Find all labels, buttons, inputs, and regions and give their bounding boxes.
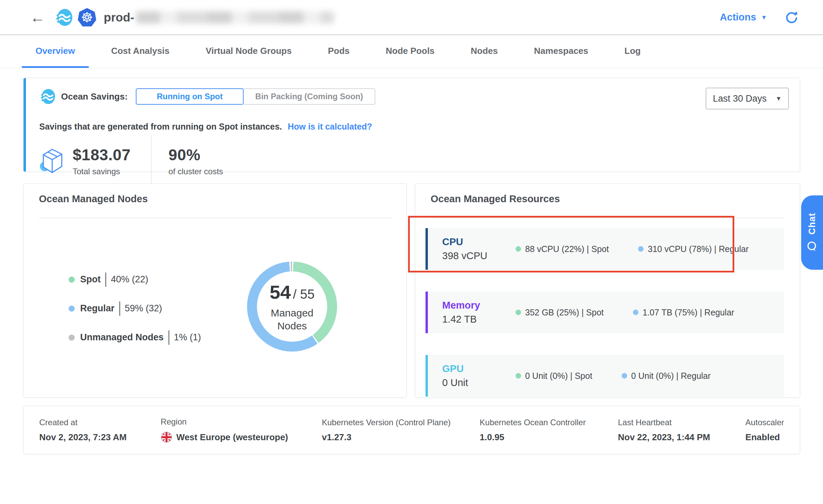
stat-text: 0 Unit (0%) | Regular [631, 371, 711, 381]
unmanaged-dot-icon [69, 335, 75, 341]
legend-item-unmanaged: Unmanaged Nodes 1% (1) [69, 323, 201, 352]
actions-label: Actions [720, 12, 756, 23]
resource-row-gpu: GPU 0 Unit 0 Unit (0%) | Spot 0 Unit (0%… [425, 355, 784, 397]
savings-cube-icon [39, 147, 65, 175]
cpu-accent-bar [425, 228, 428, 270]
kubernetes-icon: ☸ [78, 8, 96, 27]
period-value: Last 30 Days [713, 93, 767, 104]
bin-packing-toggle[interactable]: Bin Packing (Coming Soon) [244, 88, 375, 105]
tab-label: Cost Analysis [111, 46, 170, 56]
tab-virtual-node-groups[interactable]: Virtual Node Groups [192, 36, 305, 68]
back-arrow-icon[interactable]: ← [30, 10, 45, 25]
managed-count: 54 [270, 281, 291, 303]
gpu-spot-stat: 0 Unit (0%) | Spot [516, 371, 592, 381]
ocean-managed-resources-card: Ocean Managed Resources CPU 398 vCPU 88 … [415, 183, 800, 398]
gpu-name: GPU [442, 363, 516, 374]
header-actions: Actions ▼ [720, 11, 798, 24]
info-last-heartbeat: Last Heartbeat Nov 22, 2023, 1:44 PM [618, 418, 746, 443]
cpu-spot-stat: 88 vCPU (22%) | Spot [516, 244, 609, 254]
total-savings-label: Total savings [73, 167, 131, 176]
page-header: ← ☸ prod- Actions ▼ [0, 0, 823, 35]
cpu-regular-stat: 310 vCPU (78%) | Regular [638, 244, 749, 254]
chat-button[interactable]: Chat [801, 195, 823, 270]
nodes-legend: Spot 40% (22) Regular 59% (32) Unmanaged… [69, 265, 201, 352]
regular-dot-icon [633, 310, 638, 315]
cpu-total: 398 vCPU [442, 250, 516, 262]
regular-dot-icon [622, 373, 627, 379]
info-created-at: Created at Nov 2, 2023, 7:23 AM [39, 418, 161, 443]
cluster-cost-percent: 90% [169, 146, 223, 164]
stat-text: 352 GB (25%) | Spot [525, 308, 604, 317]
tab-label: Overview [35, 46, 75, 56]
cluster-title-prefix: prod- [104, 11, 134, 24]
info-label: Kubernetes Ocean Controller [480, 418, 618, 427]
info-value: v1.27.3 [322, 432, 480, 443]
info-label: Kubernetes Version (Control Plane) [322, 418, 480, 427]
cluster-cost-metric: 90% of cluster costs [169, 146, 223, 176]
chat-bubble-icon [806, 241, 818, 252]
legend-separator [105, 272, 106, 287]
total-count: / 55 [293, 287, 314, 302]
tab-label: Virtual Node Groups [206, 46, 292, 56]
managed-nodes-donut: 54 / 55 Managed Nodes [247, 262, 337, 352]
period-dropdown[interactable]: Last 30 Days ▼ [706, 88, 789, 109]
managed-resources-title: Ocean Managed Resources [431, 193, 560, 205]
actions-button[interactable]: Actions ▼ [720, 12, 767, 23]
ocean-wave-icon [55, 9, 73, 26]
chat-label: Chat [807, 213, 818, 235]
spot-dot-icon [516, 246, 521, 252]
stat-text: 0 Unit (0%) | Spot [525, 371, 592, 381]
tab-pods[interactable]: Pods [314, 36, 363, 68]
running-on-spot-toggle[interactable]: Running on Spot [136, 88, 244, 105]
chevron-down-icon: ▼ [761, 14, 767, 20]
regular-dot-icon [69, 306, 75, 312]
divider [431, 218, 784, 218]
stat-text: 310 vCPU (78%) | Regular [648, 244, 749, 254]
spot-dot-icon [69, 277, 75, 283]
info-k8s-version: Kubernetes Version (Control Plane) v1.27… [322, 418, 480, 443]
how-calculated-link[interactable]: How is it calculated? [288, 122, 372, 131]
tab-nodes[interactable]: Nodes [457, 36, 511, 68]
ocean-cluster-overview-page: ← ☸ prod- Actions ▼ Overview Cost Analys… [0, 0, 823, 504]
legend-value: 59% (32) [125, 303, 162, 314]
info-label: Autoscaler [746, 418, 784, 427]
tab-label: Log [624, 46, 641, 56]
tab-node-pools[interactable]: Node Pools [372, 36, 448, 68]
divider [39, 218, 391, 218]
info-region: Region West Europe (westeurope) [161, 417, 322, 443]
tab-bar: Overview Cost Analysis Virtual Node Grou… [0, 36, 823, 68]
savings-description-text: Savings that are generated from running … [39, 122, 282, 131]
stat-text: 1.07 TB (75%) | Regular [642, 308, 734, 317]
info-autoscaler: Autoscaler Enabled [746, 418, 784, 443]
ocean-managed-nodes-card: Ocean Managed Nodes Spot 40% (22) Regula… [23, 183, 407, 398]
info-value: Nov 2, 2023, 7:23 AM [39, 432, 161, 443]
legend-item-regular: Regular 59% (32) [69, 294, 201, 323]
total-savings-metric: $183.07 Total savings [73, 146, 131, 176]
memory-regular-stat: 1.07 TB (75%) | Regular [633, 308, 734, 317]
stat-text: 88 vCPU (22%) | Spot [525, 244, 609, 254]
memory-total: 1.42 TB [442, 314, 516, 325]
memory-name: Memory [442, 300, 516, 311]
legend-item-spot: Spot 40% (22) [69, 265, 201, 294]
tab-cost-analysis[interactable]: Cost Analysis [98, 36, 183, 68]
cluster-info-bar: Created at Nov 2, 2023, 7:23 AM Region [23, 406, 800, 454]
savings-accent-bar [24, 78, 26, 172]
managed-nodes-title: Ocean Managed Nodes [39, 193, 148, 205]
refresh-icon[interactable] [785, 11, 798, 24]
donut-center-label: Managed Nodes [268, 307, 316, 332]
tab-overview[interactable]: Overview [22, 36, 89, 68]
total-savings-value: $183.07 [73, 146, 131, 164]
tab-namespaces[interactable]: Namespaces [520, 36, 602, 68]
memory-accent-bar [425, 292, 428, 333]
tab-log[interactable]: Log [611, 36, 654, 68]
redacted-cluster-name [136, 11, 334, 24]
resource-row-cpu: CPU 398 vCPU 88 vCPU (22%) | Spot 310 vC… [425, 228, 784, 270]
info-label: Region [161, 417, 322, 427]
ocean-wave-icon [40, 89, 56, 104]
ocean-savings-label: Ocean Savings: [61, 91, 128, 102]
legend-value: 40% (22) [111, 274, 148, 285]
gpu-total: 0 Unit [442, 377, 516, 388]
info-value: 1.0.95 [480, 432, 618, 443]
info-label: Created at [39, 418, 161, 427]
ocean-savings-card: Ocean Savings: Running on Spot Bin Packi… [23, 78, 800, 172]
